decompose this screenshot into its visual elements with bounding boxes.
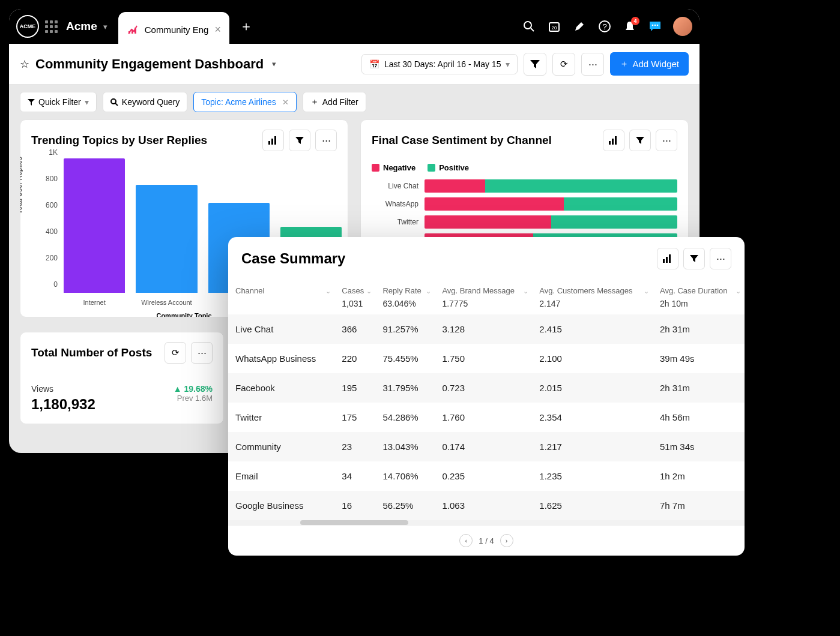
- case-summary-card: Case Summary ⋯ Channel⌄ Cases⌄1,031Reply…: [228, 237, 745, 556]
- hbar-row: WhatsApp: [372, 197, 677, 211]
- svg-text:20: 20: [552, 25, 557, 31]
- more-button[interactable]: ⋯: [710, 248, 731, 269]
- column-header[interactable]: Channel⌄: [228, 280, 334, 314]
- chart-type-button[interactable]: [262, 130, 284, 151]
- svg-point-12: [111, 99, 116, 104]
- bar[interactable]: [64, 158, 125, 293]
- cell: 2.100: [532, 344, 653, 373]
- cell: 14.706%: [375, 461, 435, 491]
- next-page-button[interactable]: ›: [500, 534, 513, 547]
- date-range-label: Last 30 Days: April 16 - May 15: [384, 59, 501, 69]
- topic-filter-chip[interactable]: Topic: Acme Airlines✕: [193, 92, 297, 112]
- svg-rect-14: [268, 141, 270, 145]
- table-row[interactable]: WhatsApp Business22075.455%1.7502.10039m…: [228, 344, 745, 373]
- more-button[interactable]: ⋯: [581, 53, 604, 76]
- svg-rect-16: [274, 136, 276, 145]
- hbar-track[interactable]: [425, 179, 677, 193]
- prev-page-button[interactable]: ‹: [459, 534, 473, 547]
- cell: 91.257%: [375, 314, 435, 344]
- svg-text:?: ?: [602, 22, 606, 31]
- horizontal-scrollbar[interactable]: [228, 520, 745, 525]
- column-total: 63.046%: [382, 299, 428, 308]
- title-chevron-icon[interactable]: ▾: [272, 59, 276, 68]
- org-name[interactable]: Acme: [66, 20, 97, 33]
- help-icon[interactable]: ?: [597, 19, 612, 34]
- hbar-track[interactable]: [425, 197, 677, 211]
- filter-button[interactable]: [524, 53, 546, 76]
- column-header[interactable]: Avg. Case Duration⌄2h 10m: [653, 280, 745, 314]
- svg-rect-19: [615, 136, 617, 145]
- chevron-down-icon: ▾: [506, 59, 510, 69]
- quick-filter-chip[interactable]: Quick Filter▾: [20, 92, 97, 112]
- sort-icon[interactable]: ⌄: [426, 287, 431, 295]
- table-row[interactable]: Facebook19531.795%0.7232.0152h 31m: [228, 373, 745, 403]
- table-row[interactable]: Twitter17554.286%1.7602.3544h 56m: [228, 403, 745, 432]
- svg-rect-15: [271, 139, 273, 145]
- total-posts-card: Total Number of Posts ⟳ ⋯ Views 1,180,93…: [20, 332, 224, 424]
- filter-button[interactable]: [289, 130, 310, 151]
- search-icon[interactable]: [522, 19, 536, 34]
- refresh-button[interactable]: ⟳: [552, 53, 575, 76]
- cell: 2.015: [532, 373, 653, 403]
- table-row[interactable]: Community2313.043%0.1741.21751m 34s: [228, 432, 745, 461]
- column-header[interactable]: Avg. Brand Message⌄1.7775: [435, 280, 532, 314]
- hbar-label: Twitter: [372, 218, 418, 226]
- column-total: 1.7775: [442, 299, 525, 308]
- tab-close-icon[interactable]: ×: [214, 23, 221, 36]
- svg-line-13: [115, 103, 118, 106]
- cell: 16: [334, 491, 375, 520]
- refresh-button[interactable]: ⟳: [165, 342, 186, 364]
- logo[interactable]: ACME: [16, 15, 39, 38]
- add-widget-button[interactable]: ＋Add Widget: [610, 52, 689, 76]
- org-chevron-icon[interactable]: ▾: [103, 22, 107, 31]
- svg-point-3: [524, 22, 531, 29]
- star-icon[interactable]: ☆: [20, 58, 29, 71]
- calendar-icon[interactable]: 20: [547, 19, 561, 34]
- bell-icon[interactable]: 4: [623, 19, 637, 34]
- more-button[interactable]: ⋯: [656, 130, 677, 151]
- column-header[interactable]: Avg. Customers Messages⌄2.147: [532, 280, 653, 314]
- table-row[interactable]: Live Chat36691.257%3.1282.4152h 31m: [228, 314, 745, 344]
- more-button[interactable]: ⋯: [315, 130, 337, 151]
- cell: 2.354: [532, 403, 653, 432]
- avatar[interactable]: [673, 17, 692, 36]
- sort-icon[interactable]: ⌄: [644, 287, 649, 295]
- sort-icon[interactable]: ⌄: [366, 287, 372, 295]
- card-title: Final Case Sentiment by Channel: [372, 134, 598, 147]
- hbar-segment: [485, 179, 677, 193]
- chat-icon[interactable]: [648, 19, 662, 34]
- column-header[interactable]: Reply Rate⌄63.046%: [375, 280, 435, 314]
- new-tab-button[interactable]: ＋: [234, 14, 258, 38]
- card-title: Trending Topics by User Replies: [31, 134, 258, 147]
- hbar-segment: [425, 215, 551, 229]
- filter-button[interactable]: [629, 130, 651, 151]
- cell: 1.760: [435, 403, 532, 432]
- legend-swatch-negative: [372, 164, 379, 172]
- remove-filter-icon[interactable]: ✕: [282, 98, 289, 107]
- edit-icon[interactable]: [572, 19, 587, 34]
- app-launcher-icon[interactable]: [45, 20, 58, 33]
- svg-rect-0: [128, 31, 130, 34]
- hbar-track[interactable]: [425, 215, 677, 229]
- sort-icon[interactable]: ⌄: [325, 287, 331, 295]
- y-tick: 0: [53, 280, 58, 289]
- add-filter-chip[interactable]: ＋Add Filter: [303, 92, 366, 112]
- column-header[interactable]: Cases⌄1,031: [334, 280, 375, 314]
- chart-type-button[interactable]: [603, 130, 624, 151]
- table-row[interactable]: Email3414.706%0.2351.2351h 2m: [228, 461, 745, 491]
- more-button[interactable]: ⋯: [191, 342, 213, 364]
- bar[interactable]: [136, 185, 197, 293]
- date-range-picker[interactable]: 📅 Last 30 Days: April 16 - May 15 ▾: [361, 54, 518, 74]
- page-indicator: 1 / 4: [479, 536, 494, 545]
- sort-icon[interactable]: ⌄: [736, 287, 741, 295]
- table-row[interactable]: Google Business1656.25%1.0631.6257h 7m: [228, 491, 745, 520]
- chart-type-button[interactable]: [657, 248, 678, 269]
- sort-icon[interactable]: ⌄: [523, 287, 528, 295]
- x-tick: Internet: [64, 299, 125, 306]
- metric-label: Views: [31, 384, 95, 394]
- cell: 2h 31m: [653, 314, 745, 344]
- keyword-query-chip[interactable]: Keyword Query: [103, 92, 187, 112]
- filter-button[interactable]: [683, 248, 705, 269]
- tab-community-engagement[interactable]: Community Eng ×: [118, 12, 229, 47]
- svg-point-9: [652, 25, 654, 26]
